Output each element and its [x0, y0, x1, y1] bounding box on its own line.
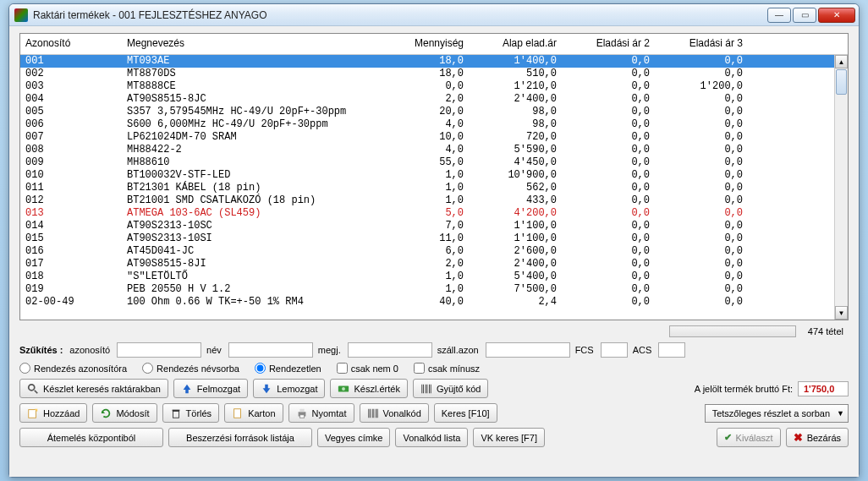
- search-mode-combo[interactable]: Tetszőleges részlet a sorban▼: [705, 404, 849, 423]
- table-row[interactable]: 02-00-49100 Ohm 0.66 W TK=+-50 1% RM440,…: [20, 296, 848, 309]
- table-header: Azonosító Megnevezés Mennyiség Alap elad…: [20, 34, 848, 55]
- only-nonzero-check[interactable]: csak nem 0: [337, 363, 398, 374]
- card-button[interactable]: Karton: [224, 403, 283, 423]
- table-row[interactable]: 012BT21001 SMD CSATLAKOZÓ (18 pin)1,0433…: [20, 194, 848, 207]
- table-row[interactable]: 015AT90S2313-10SI11,01'100,00,00,0: [20, 232, 848, 245]
- trash-icon: [170, 407, 182, 419]
- table-row[interactable]: 019PEB 20550 H V 1.21,07'500,00,00,0: [20, 283, 848, 296]
- button-row-2: Hozzáad Módosít Törlés Karton Nyomtat Vo…: [19, 403, 849, 423]
- table-row[interactable]: 001MT093AE18,01'400,00,00,0: [20, 55, 848, 68]
- scroll-up-button[interactable]: ▲: [835, 55, 848, 68]
- table-body: 001MT093AE18,01'400,00,00,0002MT8870DS18…: [20, 55, 848, 320]
- filter-label: Szűkítés :: [19, 345, 63, 355]
- vk-search-button[interactable]: VK keres [F7]: [473, 428, 545, 447]
- table-row[interactable]: 004AT90S8515-8JC2,02'400,00,00,0: [20, 93, 848, 106]
- table-row[interactable]: 003MT8888CE0,01'210,00,01'200,0: [20, 80, 848, 93]
- table-row[interactable]: 008MH88422-24,05'590,00,00,0: [20, 144, 848, 156]
- svg-point-3: [343, 387, 346, 391]
- search-icon: [27, 383, 39, 395]
- modify-button[interactable]: Módosít: [92, 403, 157, 423]
- minimize-button[interactable]: —: [767, 8, 791, 23]
- button-row-3: Átemelés központiból Beszerzési források…: [19, 428, 849, 447]
- only-minus-check[interactable]: csak mínusz: [414, 363, 480, 374]
- refresh-icon: [100, 407, 112, 419]
- barcode-list-button[interactable]: Vonalkód lista: [395, 428, 468, 447]
- table-row[interactable]: 009MH8861055,04'450,00,00,0: [20, 156, 848, 169]
- table-row[interactable]: 017AT90S8515-8JI2,02'400,00,00,0: [20, 258, 848, 271]
- printer-icon: [296, 407, 308, 419]
- col-price1[interactable]: Alap elad.ár: [474, 37, 567, 49]
- filter-note-input[interactable]: [348, 342, 432, 358]
- col-id[interactable]: Azonosító: [25, 37, 127, 49]
- scroll-thumb[interactable]: [836, 69, 847, 95]
- filter-row: Szűkítés : azonosító név megj. száll.azo…: [19, 342, 849, 358]
- stock-search-button[interactable]: Készlet keresés raktárakban: [19, 379, 168, 398]
- table-row[interactable]: 016AT45D041-JC6,02'600,00,00,0: [20, 245, 848, 258]
- gross-price-value: 1'750,0: [798, 381, 849, 396]
- col-price2[interactable]: Eladási ár 2: [567, 37, 660, 49]
- move-down-button[interactable]: Lemozgat: [253, 379, 325, 398]
- arrow-up-icon: [181, 383, 193, 395]
- close-window-button[interactable]: ✕: [818, 8, 855, 23]
- filter-fcs-input[interactable]: [601, 342, 628, 358]
- money-icon: [338, 383, 349, 395]
- filter-note-label: megj.: [318, 345, 341, 355]
- table-row[interactable]: 005S357 3,579545MHz HC-49/U 20pF+-30ppm2…: [20, 106, 848, 118]
- transfer-button[interactable]: Átemelés központiból: [19, 428, 163, 447]
- gross-price-label: A jelölt termék bruttó Ft:: [695, 384, 793, 394]
- table-row[interactable]: 007LP621024DM-70 SRAM10,0720,00,00,0: [20, 131, 848, 144]
- print-button[interactable]: Nyomtat: [288, 403, 354, 423]
- filter-supplier-label: száll.azon: [437, 345, 479, 355]
- svg-rect-10: [29, 409, 36, 418]
- search-button[interactable]: Keres [F10]: [434, 403, 497, 423]
- table-row[interactable]: 013ATMEGA 103-6AC (SL459)5,04'200,00,00,…: [20, 207, 848, 220]
- maximize-button[interactable]: ▭: [793, 8, 816, 23]
- add-button[interactable]: Hozzáad: [19, 403, 87, 423]
- chevron-down-icon: ▼: [837, 409, 844, 418]
- move-up-button[interactable]: Felmozgat: [173, 379, 248, 398]
- scroll-down-button[interactable]: ▼: [835, 306, 848, 320]
- purchase-sources-button[interactable]: Beszerzési források listája: [168, 428, 312, 447]
- filter-fcs-label: FCS: [575, 345, 594, 355]
- barcode-icon: [367, 407, 379, 419]
- add-icon: [27, 407, 39, 419]
- col-price3[interactable]: Eladási ár 3: [660, 37, 753, 49]
- app-icon: [14, 8, 28, 22]
- filter-supplier-input[interactable]: [486, 342, 570, 358]
- filter-acs-input[interactable]: [658, 342, 685, 358]
- title-bar[interactable]: Raktári termékek - 001 FEJLESZTÉSHEZ ANY…: [9, 4, 859, 26]
- col-qty[interactable]: Mennyiség: [398, 37, 474, 49]
- vertical-scrollbar[interactable]: ▲ ▼: [834, 55, 848, 320]
- table-row[interactable]: 010BT100032V-STF-LED1,010'900,00,00,0: [20, 169, 848, 182]
- sort-unsorted-radio[interactable]: Rendezetlen: [255, 363, 321, 374]
- svg-line-1: [35, 390, 38, 393]
- delete-button[interactable]: Törlés: [162, 403, 220, 423]
- item-count: 474 tétel: [808, 326, 843, 336]
- filter-id-label: azonosító: [69, 345, 110, 355]
- stock-value-button[interactable]: Készl.érték: [330, 379, 407, 398]
- table-row[interactable]: 018"S"LETÖLTŐ1,05'400,00,00,0: [20, 271, 848, 283]
- document-icon: [232, 407, 244, 419]
- table-row[interactable]: 011BT21301 KÁBEL (18 pin)1,0562,00,00,0: [20, 182, 848, 194]
- table-row[interactable]: 006S600 6,000MHz HC-49/U 20pF+-30ppm4,09…: [20, 118, 848, 131]
- sort-by-id-radio[interactable]: Rendezés azonosítóra: [19, 363, 127, 374]
- collector-code-button[interactable]: Gyüjtő kód: [413, 379, 489, 398]
- table-row[interactable]: 014AT90S2313-10SC7,01'100,00,00,0: [20, 220, 848, 232]
- filter-name-input[interactable]: [228, 342, 313, 358]
- check-icon: ✔: [724, 432, 732, 443]
- close-button[interactable]: ✖ Bezárás: [786, 428, 849, 447]
- table-row[interactable]: 002MT8870DS18,0510,00,00,0: [20, 68, 848, 80]
- barcode-button[interactable]: Vonalkód: [360, 403, 429, 423]
- svg-rect-11: [173, 411, 179, 418]
- select-button[interactable]: ✔ Kiválaszt: [717, 428, 781, 447]
- sort-by-name-radio[interactable]: Rendezés névsorba: [142, 363, 239, 374]
- misc-label-button[interactable]: Vegyes címke: [317, 428, 390, 447]
- arrow-down-icon: [261, 383, 272, 395]
- svg-rect-12: [172, 409, 179, 411]
- progress-bar: [669, 325, 796, 337]
- col-name[interactable]: Megnevezés: [127, 37, 398, 49]
- svg-rect-13: [234, 408, 241, 418]
- button-row-1: Készlet keresés raktárakban Felmozgat Le…: [19, 379, 849, 398]
- client-area: Azonosító Megnevezés Mennyiség Alap elad…: [9, 26, 859, 477]
- filter-id-input[interactable]: [117, 342, 201, 358]
